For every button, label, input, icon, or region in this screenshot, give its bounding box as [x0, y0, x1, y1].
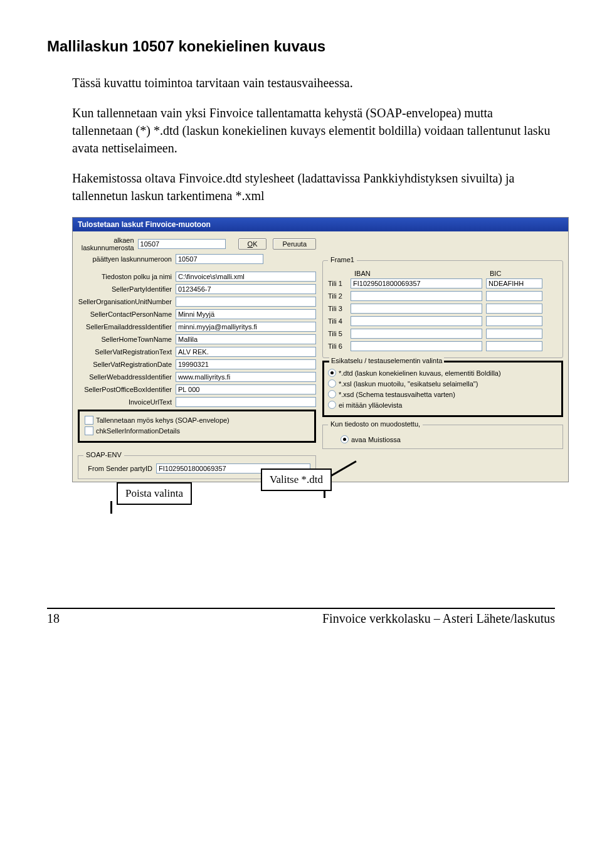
iban-input-1[interactable]	[351, 278, 482, 288]
input-seller-vatdate[interactable]	[176, 359, 316, 369]
bic-input-4[interactable]	[486, 316, 542, 326]
tili2-label: Tili 2	[328, 292, 347, 300]
cancel-button[interactable]: Peruuta	[273, 238, 316, 250]
radio-avaa-muistiossa[interactable]	[341, 435, 349, 443]
paragraph-3: Hakemistossa oltava Finvoice.dtd stylesh…	[72, 169, 555, 204]
radio-xsl-label: *.xsl (laskun muotoilu, "esikatselu sela…	[339, 380, 478, 388]
callout-valitse-dtd: Valitse *.dtd	[261, 468, 332, 491]
soapenv-label: SOAP-ENV	[83, 451, 124, 458]
paragraph-2: Kun tallennetaan vain yksi Finvoice tall…	[72, 104, 555, 157]
label-seller-vatdate: SellerVatRegistrationDate	[78, 361, 176, 368]
ok-button[interactable]: OK	[238, 238, 267, 250]
iban-input-4[interactable]	[351, 316, 482, 326]
input-seller-home[interactable]	[176, 334, 316, 344]
radio-ei[interactable]	[328, 401, 336, 409]
label-from-sender: From Sender partyID	[83, 465, 156, 472]
label-seller-postbox: SellerPostOfficeBoxIdentifier	[78, 386, 176, 393]
tili3-label: Tili 3	[328, 305, 347, 312]
tili5-label: Tili 5	[328, 330, 347, 337]
label-seller-home: SellerHomeTownName	[78, 336, 176, 343]
iban-input-2[interactable]	[351, 291, 482, 301]
bic-input-2[interactable]	[486, 291, 542, 301]
label-invoice-url: InvoiceUrlText	[78, 398, 176, 406]
label-seller-vatreg: SellerVatRegistrationText	[78, 348, 176, 356]
input-paattyen[interactable]	[176, 254, 263, 264]
input-alkaen[interactable]	[138, 239, 226, 249]
bic-input-5[interactable]	[486, 329, 542, 339]
iban-input-3[interactable]	[351, 304, 482, 314]
input-seller-email[interactable]	[176, 322, 316, 332]
tili6-label: Tili 6	[328, 342, 347, 350]
callout-poista-valinta: Poista valinta	[117, 482, 192, 505]
radio-avaa-label: avaa Muistiossa	[351, 436, 401, 443]
bic-input-1[interactable]	[486, 278, 542, 288]
input-invoice-url[interactable]	[176, 397, 316, 407]
footer-page-number: 18	[47, 611, 60, 626]
tili4-label: Tili 4	[328, 317, 347, 325]
input-seller-vatreg[interactable]	[176, 347, 316, 357]
bic-input-3[interactable]	[486, 304, 542, 314]
footer-text: Finvoice verkkolasku – Asteri Lähete/las…	[322, 611, 555, 626]
checkbox-soap-envelope[interactable]	[85, 416, 93, 425]
frame1-label: Frame1	[328, 256, 357, 263]
bic-header: BIC	[490, 270, 546, 277]
input-seller-contact[interactable]	[176, 309, 316, 319]
radio-dtd-label: *.dtd (laskun konekielinen kuvaus, eleme…	[339, 369, 501, 377]
paragraph-1: Tässä kuvattu toimintoa tarvitaan vain t…	[72, 74, 555, 92]
input-seller-web[interactable]	[176, 372, 316, 382]
kun-frame: Kun tiedosto on muodostettu, avaa Muisti…	[322, 425, 563, 449]
label-chk-soap: Tallennetaan myös kehys (SOAP-envelope)	[96, 416, 230, 424]
label-paattyen: päättyen laskunnumeroon	[78, 255, 176, 263]
input-seller-postbox[interactable]	[176, 384, 316, 394]
dialog-window: Tulostetaan laskut Finvoice-muotoon alka…	[72, 217, 569, 482]
esikatselu-frame: Esikatselu / testauselementin valinta *.…	[322, 361, 563, 417]
bic-input-6[interactable]	[486, 341, 542, 351]
label-seller-contact: SellerContactPersonName	[78, 310, 176, 318]
tili1-label: Tili 1	[328, 280, 347, 287]
iban-input-6[interactable]	[351, 341, 482, 351]
input-seller-org[interactable]	[176, 297, 316, 307]
soap-checkbox-group: Tallennetaan myös kehys (SOAP-envelope) …	[78, 410, 316, 443]
radio-ei-label: ei mitään ylläolevista	[339, 401, 403, 409]
input-tiedoston[interactable]	[176, 272, 316, 282]
label-seller-org: SellerOrganisationUnitNumber	[78, 298, 176, 305]
frame1: Frame1 IBAN BIC Tili 1 Tili 2	[322, 260, 563, 358]
kun-title: Kun tiedosto on muodostettu,	[328, 420, 423, 428]
label-seller-web: SellerWebaddressIdentifier	[78, 373, 176, 381]
checkbox-seller-info[interactable]	[85, 426, 93, 435]
input-seller-party[interactable]	[176, 284, 316, 294]
iban-input-5[interactable]	[351, 329, 482, 339]
radio-xsd[interactable]	[328, 390, 336, 398]
connector-line-1	[110, 501, 112, 514]
dialog-titlebar: Tulostetaan laskut Finvoice-muotoon	[73, 218, 568, 231]
label-seller-email: SellerEmailaddressIdentifier	[78, 323, 176, 331]
esikatselu-title: Esikatselu / testauselementin valinta	[329, 357, 444, 364]
radio-xsd-label: *.xsd (Schema testausvaihetta varten)	[339, 391, 455, 398]
label-alkaen: alkaen laskunnumerosta	[78, 236, 138, 251]
label-chk-seller: chkSellerInformationDetails	[96, 427, 180, 435]
iban-header: IBAN	[354, 270, 486, 277]
page-heading: Mallilaskun 10507 konekielinen kuvaus	[47, 38, 555, 55]
label-tiedoston: Tiedoston polku ja nimi	[78, 273, 176, 280]
radio-dtd[interactable]	[328, 369, 336, 377]
label-seller-party: SellerPartyIdentifier	[78, 285, 176, 293]
radio-xsl[interactable]	[328, 379, 336, 388]
